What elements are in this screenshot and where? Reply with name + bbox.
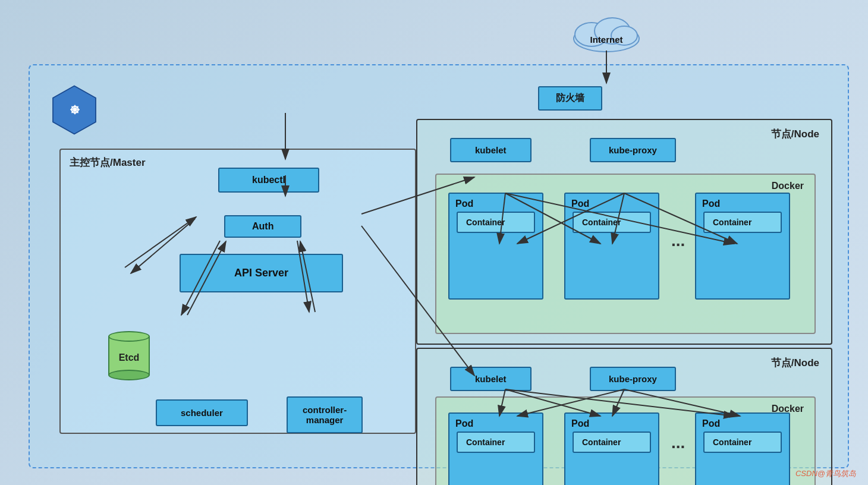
firewall-label: 防火墙 xyxy=(556,93,584,103)
node2-label: 节点/Node xyxy=(771,356,819,370)
node2-dots: ... xyxy=(671,433,685,452)
internet-cloud-svg: Internet xyxy=(568,12,645,53)
node2-docker-area: Docker Pod Container Pod Container xyxy=(435,396,816,485)
node1-pod2: Pod Container xyxy=(564,193,659,300)
node2-pod1: Pod Container xyxy=(448,412,543,485)
main-diagram: ⎈ 防火墙 主控节点/Master kubectl Auth API Serve… xyxy=(29,64,849,468)
node1-dots: ... xyxy=(671,231,685,250)
node1-docker-label: Docker xyxy=(772,181,804,191)
node2-pod2: Pod Container xyxy=(564,412,659,485)
auth-box: Auth xyxy=(224,215,301,238)
scheduler-box: scheduler xyxy=(156,399,248,426)
node2-pod3-container: Container xyxy=(703,432,782,453)
node2-kubeproxy-box: kube-proxy xyxy=(590,367,676,391)
node1-docker-area: Docker Pod Container Pod Container xyxy=(435,174,816,334)
node2-pod1-label: Pod xyxy=(449,414,542,432)
internet-section: Internet xyxy=(568,12,645,56)
k8s-logo: ⎈ xyxy=(48,83,101,137)
node1-pod1-container-box: Container xyxy=(457,212,535,233)
node2-container: 节点/Node kubelet kube-proxy Docker Pod Co… xyxy=(416,348,832,485)
node1-pod3-container-box: Container xyxy=(703,212,782,233)
node2-kubelet-box: kubelet xyxy=(450,367,532,391)
master-label: 主控节点/Master xyxy=(70,156,146,169)
node2-pod3-label: Pod xyxy=(696,414,789,432)
etcd-cylinder: Etcd xyxy=(108,331,150,380)
node2-pod2-label: Pod xyxy=(565,414,658,432)
watermark: CSDN@青鸟筑岛 xyxy=(795,468,856,479)
node2-pod3-container-box: Container xyxy=(703,432,782,453)
node1-pod1: Pod Container xyxy=(448,193,543,300)
node1-pod1-container: Container xyxy=(457,212,535,233)
api-server-box: API Server xyxy=(180,254,343,292)
controller-label: controller-manager xyxy=(303,405,347,425)
node1-pod3-container: Container xyxy=(703,212,782,233)
node1-pod2-label: Pod xyxy=(565,194,658,212)
node2-pod1-container-box: Container xyxy=(457,432,535,453)
node2-pod2-container: Container xyxy=(573,432,651,453)
master-node: 主控节点/Master kubectl Auth API Server Etcd xyxy=(59,149,416,434)
node1-pod3: Pod Container xyxy=(695,193,790,300)
node1-pod3-label: Pod xyxy=(696,194,789,212)
kubectl-box: kubectl xyxy=(218,168,319,193)
svg-text:⎈: ⎈ xyxy=(70,100,80,117)
node1-container: 节点/Node kubelet kube-proxy Docker Pod Co… xyxy=(416,119,832,345)
node1-kubelet-box: kubelet xyxy=(450,138,532,162)
firewall-box: 防火墙 xyxy=(538,86,602,111)
node1-pod2-container: Container xyxy=(573,212,651,233)
node2-pod2-container-box: Container xyxy=(573,432,651,453)
controller-manager-box: controller-manager xyxy=(287,396,363,433)
node1-label: 节点/Node xyxy=(771,127,819,141)
node2-pod1-container: Container xyxy=(457,432,535,453)
node2-pod3: Pod Container xyxy=(695,412,790,485)
node1-pod1-label: Pod xyxy=(449,194,542,212)
node1-pod2-container-box: Container xyxy=(573,212,651,233)
node1-kubeproxy-box: kube-proxy xyxy=(590,138,676,162)
svg-text:Internet: Internet xyxy=(590,34,622,45)
